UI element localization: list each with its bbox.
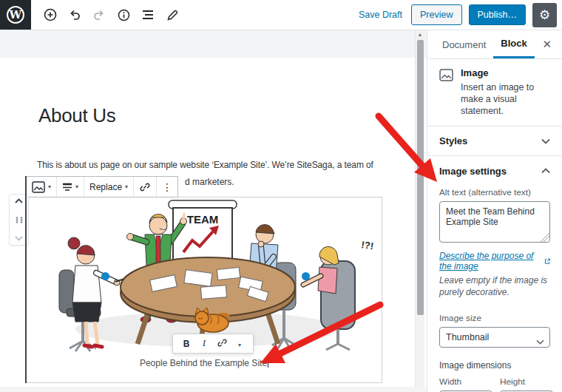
image-resize-handle-left[interactable] [101,272,109,280]
settings-gear-button[interactable]: ⚙ [532,3,557,27]
image-settings-panel-toggle[interactable]: Image settings [427,156,562,186]
width-label: Width [439,376,492,387]
insert-link-button[interactable] [134,177,157,197]
styles-panel-toggle[interactable]: Styles [427,126,562,156]
image-dimensions-label: Image dimensions [439,360,550,371]
link-icon [139,181,151,193]
bold-button[interactable]: B [180,336,193,352]
change-alignment-button[interactable]: ▾ [57,177,84,197]
caption-format-toolbar: B I ▾ [172,334,254,354]
block-inserter-button[interactable] [41,4,59,25]
intro-paragraph-line1[interactable]: This is about us page on our sample webs… [37,160,373,170]
wordpress-logo[interactable]: W [0,0,31,30]
image-block-toolbar: ▾ ▾ Replace ▾ ⋮ [26,176,178,197]
preview-button[interactable]: Preview [411,4,461,25]
block-card-title: Image [461,67,550,78]
height-label: Height [500,376,553,387]
external-link-icon [544,257,550,266]
svg-text:TEAM: TEAM [187,213,219,226]
chevron-down-icon: ▾ [238,342,241,348]
more-formats-button[interactable]: ▾ [233,336,246,352]
image-resize-handle-right[interactable] [302,272,310,280]
chevron-up-icon [541,168,550,174]
selected-image-block[interactable]: TEAM WORK [26,197,382,383]
chevron-down-icon [541,138,550,144]
page-title[interactable]: About Us [38,104,116,127]
move-up-button[interactable] [15,198,23,203]
chevron-down-icon: ▾ [48,183,51,190]
wordpress-editor-window: W Save Draft Preview Publish… [0,0,562,392]
text-cursor [268,358,268,368]
image-size-select[interactable]: Thumbnail [439,327,550,348]
link-icon [217,337,228,348]
edit-mode-button[interactable] [163,4,181,25]
content-structure-button[interactable] [115,4,132,25]
undo-icon [68,8,81,21]
kebab-menu-icon: ⋮ [162,181,172,193]
settings-sidebar: Document Block ✕ Image Insert an image t… [427,30,562,392]
italic-button[interactable]: I [197,336,211,352]
move-down-button[interactable] [15,236,23,241]
list-view-icon [141,10,155,20]
image-size-label: Image size [439,313,550,323]
plus-circle-icon [43,7,58,22]
drag-handle[interactable] [16,217,23,223]
tab-block[interactable]: Block [493,30,534,58]
publish-button[interactable]: Publish… [469,4,527,25]
scrollbar-thumb[interactable] [417,40,424,315]
close-sidebar-button[interactable]: ✕ [539,30,555,58]
block-navigation-button[interactable] [139,4,157,25]
canvas-bottom-margin [0,387,427,392]
canvas-top-margin [0,30,427,58]
editor-top-bar: W Save Draft Preview Publish… [0,0,562,30]
image-icon [32,181,45,193]
alt-text-input[interactable]: Meet the Team Behind Example Site [439,201,550,243]
editor-canvas: About Us This is about us page on our sa… [0,30,427,392]
sidebar-tabs: Document Block ✕ [427,30,562,59]
alt-text-hint: Leave empty if the image is purely decor… [439,274,550,298]
chevron-down-icon: ▾ [75,183,78,190]
intro-paragraph-line2[interactable]: d marketers. [185,177,234,187]
scrollbar-up-arrow[interactable]: ▲ [416,32,424,37]
surprise-exclamation: !?! [361,239,375,251]
close-icon: ✕ [542,38,552,50]
pencil-icon [166,9,179,21]
gear-icon: ⚙ [539,8,550,22]
block-card-description: Insert an image to make a visual stateme… [461,81,550,117]
redo-icon [92,8,106,21]
alignment-icon [62,183,72,192]
block-type-button[interactable]: ▾ [27,177,57,197]
undo-button[interactable] [66,4,84,25]
save-draft-button[interactable]: Save Draft [359,10,402,20]
alt-text-help-link[interactable]: Describe the purpose of the image [439,251,541,271]
alt-text-label: Alt text (alternative text) [439,187,550,197]
info-circle-icon [117,8,131,22]
image-settings-panel: Alt text (alternative text) Meet the Tea… [427,186,562,392]
block-description-card: Image Insert an image to make a visual s… [427,59,562,126]
more-options-button[interactable]: ⋮ [157,177,177,197]
block-selection-edge [25,176,27,383]
image-caption[interactable]: People Behind the Example Site [27,358,382,368]
team-meeting-illustration-image[interactable]: TEAM WORK [27,199,382,353]
chevron-down-icon: ▾ [125,183,128,190]
image-icon [439,69,453,81]
redo-button[interactable] [90,4,108,25]
replace-image-button[interactable]: Replace ▾ [84,177,134,197]
editor-scrollbar[interactable]: ▲ [415,30,424,387]
caption-link-button[interactable] [215,336,228,352]
tab-document[interactable]: Document [435,30,493,58]
